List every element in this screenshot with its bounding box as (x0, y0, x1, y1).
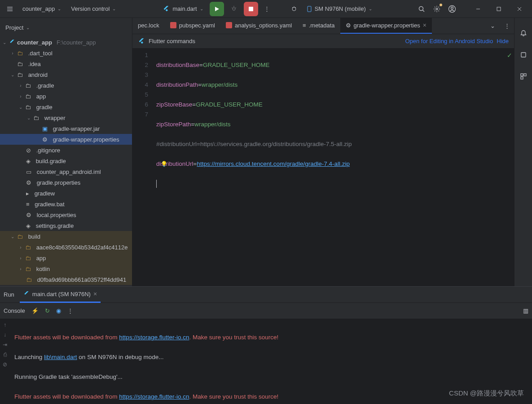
tree-item[interactable]: 🗀 d0fba9d69bbb661a03572ff4dd941 (0, 274, 132, 285)
tree-item-selected[interactable]: ⚙ gradle-wrapper.properties (0, 134, 132, 145)
tree-item[interactable]: ⌄🗀 android (0, 69, 132, 80)
tree-item[interactable]: ›🗀 app (0, 253, 132, 263)
close-icon[interactable]: × (423, 22, 426, 29)
tab[interactable]: ≡.metadata (297, 18, 340, 34)
tree-item[interactable]: ◈ build.gradle (0, 155, 132, 166)
run-tab[interactable]: main.dart (SM N976N) × (20, 287, 101, 303)
close-icon[interactable]: × (93, 290, 97, 297)
svg-line-6 (235, 8, 236, 8)
file-icon: ≡ (303, 22, 306, 29)
run-tab-label: main.dart (SM N976N) (32, 291, 91, 297)
tab-active[interactable]: ⚙gradle-wrapper.properties× (340, 18, 432, 34)
tree-item[interactable]: ›🗀 .dart_tool (0, 48, 132, 58)
tree-item[interactable]: ⌄🗀 gradle (0, 102, 132, 112)
chevron-down-icon: ⌄ (369, 6, 372, 11)
project-sidebar: Project ⌄ ⌄ counter_app F:\counter_app ›… (0, 18, 132, 286)
open-android-studio-link[interactable]: Open for Editing in Android Studio (405, 38, 493, 44)
expand-icon: ⌄ (2, 40, 7, 45)
tab[interactable]: pec.lock (132, 18, 165, 34)
tree-item[interactable]: 🗀 .idea (0, 58, 132, 69)
up-icon[interactable]: ↑ (4, 322, 6, 328)
clear-icon[interactable]: ⊘ (3, 361, 7, 368)
vcs-dropdown[interactable]: Version control ⌄ (67, 4, 119, 14)
bulb-icon[interactable]: 💡 (161, 159, 167, 169)
tree-item[interactable]: ⊘ .gitignore (0, 145, 132, 155)
layout-icon[interactable]: ▥ (523, 307, 528, 314)
svg-line-5 (232, 8, 233, 8)
hamburger-menu[interactable] (4, 3, 16, 15)
svg-rect-23 (226, 22, 232, 28)
tree-item[interactable]: ⌄🗀 build (0, 231, 132, 242)
svg-point-13 (419, 6, 423, 10)
tree-item[interactable]: ▭ counter_app_android.iml (0, 166, 132, 177)
tree-item[interactable]: ▸ gradlew (0, 188, 132, 199)
code-editor[interactable]: ✓ 1234567 distributionBase=GRADLE_USER_H… (132, 49, 514, 286)
settings-icon[interactable] (431, 3, 443, 15)
tree-item[interactable]: ›🗀 kotlin (0, 263, 132, 274)
notification-dot (440, 4, 442, 6)
tree-item[interactable]: ›🗀 app (0, 91, 132, 102)
run-label: Run (4, 291, 14, 298)
vcs-label: Version control (71, 5, 110, 12)
search-icon[interactable] (415, 3, 428, 15)
run-config-dropdown[interactable]: main.dart ⌄ (159, 4, 207, 14)
chevron-down-icon: ⌄ (26, 25, 30, 30)
tree-item[interactable]: ›🗀 aace8c4b635504b534d2af4c4112e (0, 242, 132, 253)
notifications-icon[interactable] (517, 27, 530, 40)
tree-item[interactable]: ›🗀 .gradle (0, 80, 132, 91)
project-header[interactable]: Project ⌄ (0, 18, 132, 37)
svg-rect-27 (521, 77, 523, 79)
devtools-icon[interactable]: ◉ (56, 307, 61, 314)
more-icon[interactable]: ⋮ (261, 3, 273, 15)
code-content[interactable]: distributionBase=GRADLE_USER_HOME distri… (153, 49, 514, 286)
tree-item[interactable]: ⚙ local.properties (0, 209, 132, 220)
svg-line-14 (423, 10, 425, 12)
chevron-down-icon: ⌄ (57, 6, 61, 11)
tab[interactable]: analysis_options.yaml (220, 18, 297, 34)
editor-tabs: pec.lock pubspec.yaml analysis_options.y… (132, 18, 514, 34)
tree-item[interactable]: ▣ gradle-wrapper.jar (0, 123, 132, 134)
tree-item[interactable]: ⌄🗀 wrapper (0, 112, 132, 123)
svg-rect-25 (521, 74, 523, 76)
phone-icon (307, 5, 312, 13)
reload-icon[interactable]: ↻ (45, 307, 50, 314)
run-tabs: Run main.dart (SM N976N) × (0, 287, 532, 303)
device-dropdown[interactable]: SM N976N (mobile) ⌄ (303, 4, 376, 14)
minimize-button[interactable] (469, 3, 487, 15)
tab-options-icon[interactable]: ⋮ (500, 22, 514, 29)
tree-item[interactable]: ≡ gradlew.bat (0, 199, 132, 209)
project-dropdown[interactable]: counter_app ⌄ (19, 4, 65, 14)
tab[interactable]: pubspec.yaml (165, 18, 220, 34)
down-icon[interactable]: ↓ (4, 332, 6, 338)
wrap-icon[interactable]: ⇥ (3, 342, 7, 348)
line-gutter: 1234567 (132, 49, 153, 286)
run-button[interactable] (210, 2, 224, 16)
maximize-button[interactable] (490, 3, 508, 15)
flutter-icon (138, 38, 145, 45)
chevron-down-icon: ⌄ (112, 6, 116, 11)
project-header-label: Project (5, 24, 23, 31)
close-button[interactable] (510, 3, 528, 15)
debug-button[interactable] (227, 2, 241, 16)
tree-root-name: counter_app (17, 39, 52, 46)
project-tree: ⌄ counter_app F:\counter_app ›🗀 .dart_to… (0, 37, 132, 286)
console-output[interactable]: Flutter assets will be downloaded from h… (10, 319, 532, 404)
tree-item[interactable]: ◈ settings.gradle (0, 220, 132, 231)
stop-button[interactable] (244, 2, 258, 16)
console-side-tools: ↑ ↓ ⇥ ⎙ ⊘ (0, 319, 10, 404)
tree-item[interactable]: ⚙ gradle.properties (0, 177, 132, 188)
more-tabs-icon[interactable]: ⌄ (485, 22, 500, 29)
tree-root[interactable]: ⌄ counter_app F:\counter_app (0, 37, 132, 48)
structure-icon[interactable] (517, 70, 530, 83)
svg-rect-22 (170, 22, 176, 28)
lightning-icon[interactable]: ⚡ (31, 307, 39, 314)
more-icon[interactable]: ⋮ (67, 307, 73, 314)
tree-root-path: F:\counter_app (57, 39, 96, 46)
profiler-icon[interactable] (288, 3, 300, 15)
print-icon[interactable]: ⎙ (4, 351, 7, 358)
account-icon[interactable] (446, 3, 458, 15)
flutter-icon (163, 5, 170, 13)
hide-link[interactable]: Hide (497, 38, 509, 44)
editor-area: pec.lock pubspec.yaml analysis_options.y… (132, 18, 514, 286)
bookmarks-icon[interactable] (517, 49, 530, 61)
